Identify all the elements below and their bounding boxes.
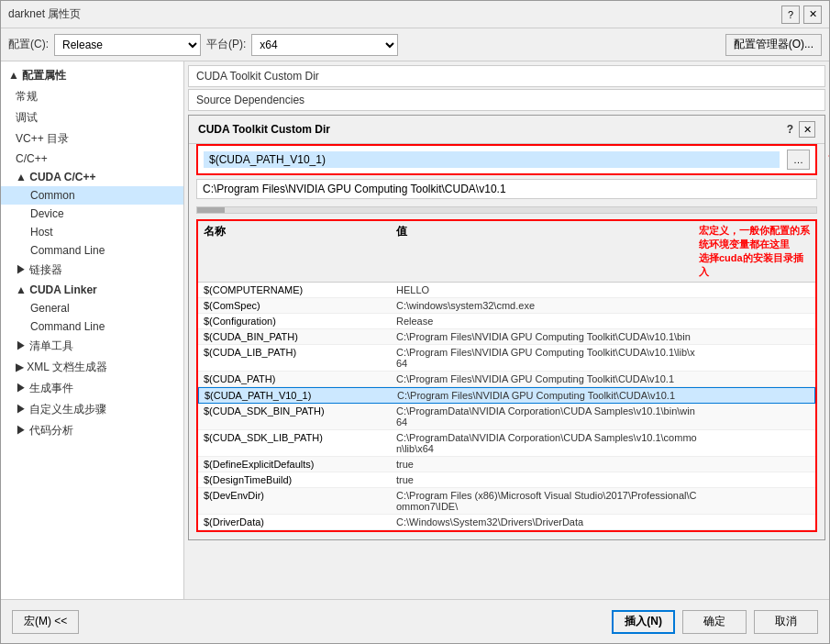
platform-select[interactable]: x64 (251, 34, 398, 56)
cell-val: true (396, 459, 699, 470)
insert-button[interactable]: 插入(N) (612, 610, 675, 634)
cell-val: C:\Program Files\NVIDIA GPU Computing To… (396, 373, 699, 384)
path-value[interactable]: $(CUDA_PATH_V10_1) (204, 151, 780, 168)
table-row[interactable]: $(CUDA_PATH_V10_1) C:\Program Files\NVID… (198, 387, 815, 404)
ok-button[interactable]: 确定 (682, 610, 747, 634)
cell-note (699, 432, 810, 454)
cell-name: $(CUDA_BIN_PATH) (204, 331, 396, 342)
table-row[interactable]: $(Configuration) Release (198, 314, 815, 329)
sidebar-item-cuda-cpp[interactable]: ▲ CUDA C/C++ (1, 168, 183, 186)
sidebar-item-linker[interactable]: ▶ 链接器 (1, 260, 183, 281)
inner-dialog: CUDA Toolkit Custom Dir ? ✕ $(CUDA_PATH_… (188, 115, 825, 540)
path-input-box: $(CUDA_PATH_V10_1) … (196, 144, 817, 175)
cell-val: C:\Windows\System32\Drivers\DriverData (396, 516, 699, 527)
macro-table-container: 名称 值 宏定义，一般你配置的系统环境变量都在这里 选择cuda的安装目录插入 … (196, 219, 817, 532)
sidebar-item-host[interactable]: Host (1, 223, 183, 241)
sidebar-root-label: ▲ 配置属性 (8, 68, 66, 83)
cell-val: C:\Program Files (x86)\Microsoft Visual … (396, 490, 699, 512)
config-label: 配置(C): (8, 37, 49, 52)
title-bar: darknet 属性页 ? ✕ (1, 1, 829, 28)
inner-dialog-controls: ? ✕ (787, 121, 815, 138)
col-name-header: 名称 (204, 224, 396, 279)
window-title: darknet 属性页 (8, 6, 81, 22)
table-row[interactable]: $(CUDA_PATH) C:\Program Files\NVIDIA GPU… (198, 372, 815, 387)
dialog-footer: 宏(M) << 插入(N) 确定 取消 (1, 599, 829, 643)
prop-cuda-toolkit[interactable]: CUDA Toolkit Custom Dir (188, 65, 825, 87)
help-button[interactable]: ? (781, 6, 800, 24)
inner-dialog-title-text: CUDA Toolkit Custom Dir (198, 123, 330, 136)
path-input-container: $(CUDA_PATH_V10_1) … cuda安装目录 (196, 144, 817, 175)
table-row[interactable]: $(CUDA_SDK_LIB_PATH) C:\ProgramData\NVID… (198, 430, 815, 457)
sidebar-item-cmdline1[interactable]: Command Line (1, 241, 183, 260)
cell-name: $(DevEnvDir) (204, 490, 396, 512)
table-row[interactable]: $(DesignTimeBuild) true (198, 472, 815, 488)
cell-name: $(DriverData) (204, 516, 396, 527)
sidebar-item-general2[interactable]: General (1, 299, 183, 317)
inner-close-button[interactable]: ✕ (799, 121, 815, 138)
cell-note (699, 459, 810, 470)
sidebar-root[interactable]: ▲ 配置属性 (1, 65, 183, 86)
scrollbar-thumb (197, 207, 225, 213)
cell-note (699, 516, 810, 527)
arrow-icon (828, 150, 829, 161)
content-area: ▲ 配置属性 常规 调试 VC++ 目录 C/C++ ▲ CUDA C/C++ … (1, 61, 829, 599)
cell-val: C:\Program Files\NVIDIA GPU Computing To… (396, 347, 699, 369)
cell-val: C:\windows\system32\cmd.exe (396, 300, 699, 311)
macro-button[interactable]: 宏(M) << (12, 610, 79, 634)
cell-name: $(CUDA_SDK_LIB_PATH) (204, 432, 396, 454)
cell-val: Release (396, 316, 699, 327)
path-display: C:\Program Files\NVIDIA GPU Computing To… (196, 179, 817, 199)
cell-name: $(CUDA_SDK_BIN_PATH) (204, 405, 396, 427)
cell-note (699, 373, 810, 384)
inner-help-icon[interactable]: ? (787, 123, 793, 136)
main-panel: CUDA Toolkit Custom Dir Source Dependenc… (184, 61, 829, 599)
sidebar-item-cpp[interactable]: C/C++ (1, 150, 183, 168)
table-row[interactable]: $(DriverData) C:\Windows\System32\Driver… (198, 515, 815, 530)
cell-note (699, 316, 810, 327)
sidebar-item-cuda-linker[interactable]: ▲ CUDA Linker (1, 281, 183, 299)
macro-table-body: $(COMPUTERNAME) HELLO $(ComSpec) C:\wind… (198, 283, 815, 530)
prop-header-list: CUDA Toolkit Custom Dir Source Dependenc… (188, 65, 825, 111)
title-controls: ? ✕ (781, 6, 822, 24)
table-row[interactable]: $(CUDA_BIN_PATH) C:\Program Files\NVIDIA… (198, 329, 815, 345)
cell-val: C:\Program Files\NVIDIA GPU Computing To… (396, 331, 699, 342)
sidebar-item-vc-dir[interactable]: VC++ 目录 (1, 128, 183, 150)
table-row[interactable]: $(DevEnvDir) C:\Program Files (x86)\Micr… (198, 488, 815, 515)
cell-val: C:\ProgramData\NVIDIA Corporation\CUDA S… (396, 405, 699, 427)
macro-table-header: 名称 值 宏定义，一般你配置的系统环境变量都在这里 选择cuda的安装目录插入 (198, 221, 815, 283)
sidebar-item-device[interactable]: Device (1, 205, 183, 223)
table-row[interactable]: $(ComSpec) C:\windows\system32\cmd.exe (198, 298, 815, 314)
cell-val: true (396, 474, 699, 485)
horizontal-scrollbar[interactable] (196, 206, 817, 214)
table-row[interactable]: $(CUDA_LIB_PATH) C:\Program Files\NVIDIA… (198, 345, 815, 372)
sidebar-item-code-analysis[interactable]: ▶ 代码分析 (1, 420, 183, 441)
col-val-header: 值 (396, 224, 699, 279)
config-select[interactable]: Release (54, 34, 201, 56)
cell-name: $(CUDA_PATH_V10_1) (205, 390, 397, 401)
platform-label: 平台(P): (206, 37, 246, 52)
sidebar-item-general[interactable]: 常规 (1, 86, 183, 107)
sidebar-item-xml-doc[interactable]: ▶ XML 文档生成器 (1, 357, 183, 378)
table-row[interactable]: $(CUDA_SDK_BIN_PATH) C:\ProgramData\NVID… (198, 404, 815, 430)
table-row[interactable]: $(COMPUTERNAME) HELLO (198, 283, 815, 298)
cuda-annotation: cuda安装目录 (828, 148, 829, 163)
cell-note (699, 284, 810, 295)
sidebar-item-custom-build[interactable]: ▶ 自定义生成步骤 (1, 399, 183, 420)
cell-name: $(DefineExplicitDefaults) (204, 459, 396, 470)
prop-source-dep[interactable]: Source Dependencies (188, 89, 825, 111)
sidebar: ▲ 配置属性 常规 调试 VC++ 目录 C/C++ ▲ CUDA C/C++ … (1, 61, 184, 599)
path-browse-btn[interactable]: … (787, 150, 810, 170)
config-manager-button[interactable]: 配置管理器(O)... (725, 34, 822, 56)
cell-note (700, 390, 809, 401)
cancel-button[interactable]: 取消 (754, 610, 818, 634)
sidebar-item-common[interactable]: Common (1, 186, 183, 205)
close-button[interactable]: ✕ (803, 6, 822, 24)
sidebar-item-cmdline2[interactable]: Command Line (1, 317, 183, 336)
cell-note (699, 300, 810, 311)
cell-note (699, 490, 810, 512)
sidebar-item-debug[interactable]: 调试 (1, 107, 183, 128)
sidebar-item-manifest[interactable]: ▶ 清单工具 (1, 336, 183, 357)
sidebar-item-build-events[interactable]: ▶ 生成事件 (1, 378, 183, 399)
cell-name: $(CUDA_LIB_PATH) (204, 347, 396, 369)
table-row[interactable]: $(DefineExplicitDefaults) true (198, 457, 815, 472)
